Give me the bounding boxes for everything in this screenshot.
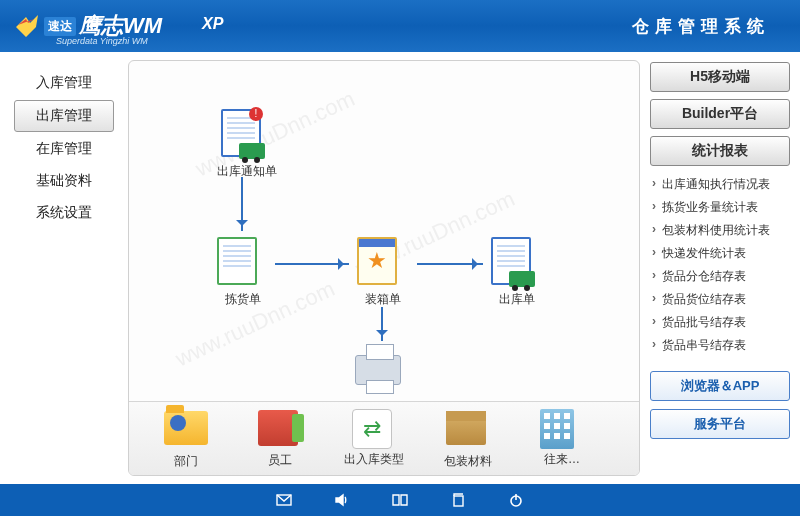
folder-person-icon: [164, 411, 208, 451]
bottom-item-dept[interactable]: 部门: [139, 407, 233, 470]
report-link[interactable]: 包装材料使用统计表: [650, 219, 790, 242]
sidebar: 入库管理 出库管理 在库管理 基础资料 系统设置: [0, 52, 128, 484]
header-bar: 速达 鹰志WM Superdata Yingzhi WM XP 仓库管理系统: [0, 0, 800, 52]
bottom-label: 出入库类型: [327, 451, 421, 468]
bottom-item-contacts[interactable]: 往来…: [515, 409, 609, 468]
book-icon: [258, 410, 302, 450]
workflow-canvas: www.ruuDnn.com www.ruuDnn.com www.ruuDnn…: [128, 60, 640, 476]
sidebar-item-settings[interactable]: 系统设置: [14, 198, 114, 228]
bottom-label: 员工: [233, 452, 327, 469]
report-link[interactable]: 货品批号结存表: [650, 311, 790, 334]
bottom-toolbar: 部门 员工 出入库类型 包装材料 往来…: [129, 401, 639, 475]
report-link[interactable]: 货品货位结存表: [650, 288, 790, 311]
sidebar-item-outbound[interactable]: 出库管理: [14, 100, 114, 132]
arrow-icon: [275, 263, 349, 265]
copy-icon[interactable]: [449, 491, 467, 509]
document-truck-icon: [491, 237, 543, 289]
logo-icon: [14, 13, 40, 39]
node-outbound-notice[interactable]: ! 出库通知单: [217, 109, 277, 180]
right-panel: H5移动端 Builder平台 统计报表 出库通知执行情况表 拣货业务量统计表 …: [642, 52, 800, 484]
button-stats-report[interactable]: 统计报表: [650, 136, 790, 166]
sidebar-item-basic[interactable]: 基础资料: [14, 166, 114, 196]
footer-bar: [0, 484, 800, 516]
sub-brand: Superdata Yingzhi WM: [56, 36, 148, 46]
report-link[interactable]: 快递发件统计表: [650, 242, 790, 265]
arrow-icon: [381, 307, 383, 341]
bottom-item-packing-material[interactable]: 包装材料: [421, 407, 515, 470]
report-link[interactable]: 出库通知执行情况表: [650, 173, 790, 196]
button-h5-mobile[interactable]: H5移动端: [650, 62, 790, 92]
bottom-item-io-type[interactable]: 出入库类型: [327, 409, 421, 468]
power-icon[interactable]: [507, 491, 525, 509]
printer-icon: [355, 355, 407, 407]
arrow-icon: [417, 263, 483, 265]
report-link[interactable]: 拣货业务量统计表: [650, 196, 790, 219]
box-icon: [446, 411, 490, 451]
building-icon: [540, 409, 584, 449]
bottom-label: 部门: [139, 453, 233, 470]
arrow-icon: [241, 177, 243, 231]
xp-label: XP: [202, 15, 223, 33]
logo-tag: 速达: [44, 17, 76, 36]
report-link[interactable]: 货品串号结存表: [650, 334, 790, 357]
svg-marker-0: [16, 15, 38, 37]
button-browser-app[interactable]: 浏览器＆APP: [650, 371, 790, 401]
node-label: 装箱单: [357, 291, 409, 308]
report-link[interactable]: 货品分仓结存表: [650, 265, 790, 288]
sidebar-item-instock[interactable]: 在库管理: [14, 134, 114, 164]
bottom-label: 包装材料: [421, 453, 515, 470]
node-packing[interactable]: ★ 装箱单: [357, 237, 409, 308]
mail-icon[interactable]: [275, 491, 293, 509]
node-label: 出库单: [491, 291, 543, 308]
bottom-label: 往来…: [515, 451, 609, 468]
document-truck-icon: !: [221, 109, 273, 161]
report-link-list: 出库通知执行情况表 拣货业务量统计表 包装材料使用统计表 快递发件统计表 货品分…: [650, 173, 790, 357]
clipboard-icon: [217, 237, 269, 289]
button-builder[interactable]: Builder平台: [650, 99, 790, 129]
book-open-icon[interactable]: [391, 491, 409, 509]
button-service-platform[interactable]: 服务平台: [650, 409, 790, 439]
bottom-item-staff[interactable]: 员工: [233, 408, 327, 469]
volume-icon[interactable]: [333, 491, 351, 509]
swap-icon: [352, 409, 396, 449]
node-label: 出库通知单: [217, 163, 277, 180]
svg-rect-3: [454, 496, 463, 506]
system-title: 仓库管理系统: [632, 15, 770, 38]
node-picking[interactable]: 拣货单: [217, 237, 269, 308]
sidebar-item-inbound[interactable]: 入库管理: [14, 68, 114, 98]
node-outbound[interactable]: 出库单: [491, 237, 543, 308]
notepad-icon: ★: [357, 237, 409, 289]
node-label: 拣货单: [217, 291, 269, 308]
